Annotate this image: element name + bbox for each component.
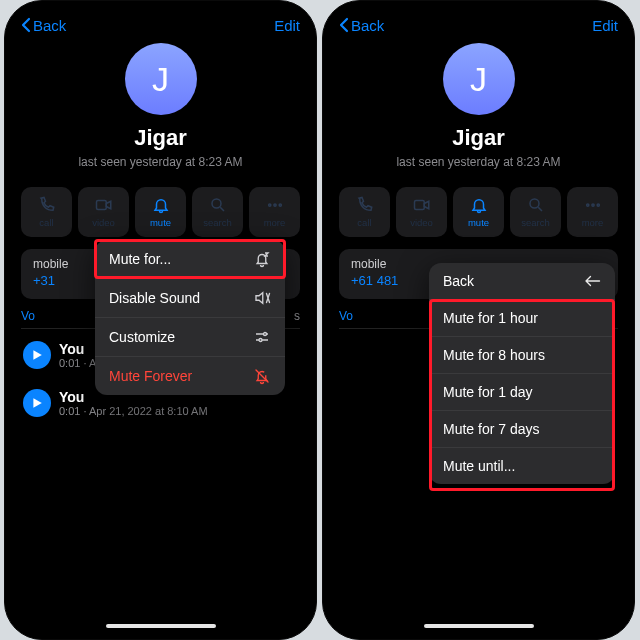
menu-mute-8h[interactable]: Mute for 8 hours xyxy=(429,337,615,374)
svg-point-6 xyxy=(259,339,262,342)
svg-rect-7 xyxy=(414,201,424,210)
menu-customize[interactable]: Customize xyxy=(95,318,285,357)
search-action[interactable]: search xyxy=(510,187,561,237)
menu-label: Mute for 1 hour xyxy=(443,310,538,326)
menu-mute-until[interactable]: Mute until... xyxy=(429,448,615,484)
video-action[interactable]: video xyxy=(78,187,129,237)
more-label: more xyxy=(582,217,604,228)
avatar-initial: J xyxy=(152,60,169,99)
video-action[interactable]: video xyxy=(396,187,447,237)
screen-left: Back Edit J Jigar last seen yesterday at… xyxy=(11,7,310,633)
back-label: Back xyxy=(33,17,66,34)
tab-voice[interactable]: Vo xyxy=(21,309,35,328)
mute-context-menu: Mute for... Disable Sound Customize Mute… xyxy=(95,240,285,395)
video-icon xyxy=(413,196,431,214)
phone-icon xyxy=(38,196,56,214)
sliders-icon xyxy=(253,328,271,346)
bell-icon xyxy=(152,196,170,214)
menu-label: Mute Forever xyxy=(109,368,192,384)
contact-name: Jigar xyxy=(452,125,505,151)
avatar[interactable]: J xyxy=(443,43,515,115)
call-action[interactable]: call xyxy=(339,187,390,237)
tab-voice[interactable]: Vo xyxy=(339,309,353,328)
profile-header: J Jigar last seen yesterday at 8:23 AM xyxy=(11,43,310,177)
back-button[interactable]: Back xyxy=(21,17,66,34)
chevron-left-icon xyxy=(21,17,31,33)
menu-label: Disable Sound xyxy=(109,290,200,306)
svg-point-9 xyxy=(586,204,588,206)
video-icon xyxy=(95,196,113,214)
menu-mute-1h[interactable]: Mute for 1 hour xyxy=(429,300,615,337)
menu-disable-sound[interactable]: Disable Sound xyxy=(95,279,285,318)
more-label: more xyxy=(264,217,286,228)
svg-point-10 xyxy=(591,204,593,206)
svg-point-2 xyxy=(268,204,270,206)
back-button[interactable]: Back xyxy=(339,17,384,34)
svg-point-1 xyxy=(212,199,221,208)
svg-point-3 xyxy=(273,204,275,206)
mute-label: mute xyxy=(468,217,489,228)
last-seen: last seen yesterday at 8:23 AM xyxy=(78,155,242,169)
more-action[interactable]: more xyxy=(249,187,300,237)
bell-off-icon xyxy=(253,367,271,385)
svg-point-4 xyxy=(279,204,281,206)
play-icon xyxy=(31,349,43,361)
menu-mute-forever[interactable]: Mute Forever xyxy=(95,357,285,395)
search-label: search xyxy=(203,217,232,228)
home-indicator[interactable] xyxy=(106,624,216,628)
call-label: call xyxy=(39,217,53,228)
menu-mute-7d[interactable]: Mute for 7 days xyxy=(429,411,615,448)
phone-right: Back Edit J Jigar last seen yesterday at… xyxy=(322,0,635,640)
mute-label: mute xyxy=(150,217,171,228)
home-indicator[interactable] xyxy=(424,624,534,628)
more-action[interactable]: more xyxy=(567,187,618,237)
menu-mute-for[interactable]: Mute for... xyxy=(95,240,285,279)
chevron-left-icon xyxy=(339,17,349,33)
message-meta: 0:01 · Apr 21, 2022 at 8:10 AM xyxy=(59,405,208,417)
play-button[interactable] xyxy=(23,341,51,369)
svg-rect-0 xyxy=(96,201,106,210)
mobile-number: +31 xyxy=(33,273,55,288)
video-label: video xyxy=(410,217,433,228)
search-icon xyxy=(527,196,545,214)
phone-icon xyxy=(356,196,374,214)
call-action[interactable]: call xyxy=(21,187,72,237)
mobile-number: +61 481 xyxy=(351,273,398,288)
tab-links-suffix[interactable]: s xyxy=(294,309,300,328)
svg-point-11 xyxy=(597,204,599,206)
back-label: Back xyxy=(351,17,384,34)
actions-row: call video mute search more xyxy=(329,177,628,243)
video-label: video xyxy=(92,217,115,228)
edit-button[interactable]: Edit xyxy=(592,17,618,34)
search-icon xyxy=(209,196,227,214)
bell-icon xyxy=(470,196,488,214)
contact-name: Jigar xyxy=(134,125,187,151)
play-icon xyxy=(31,397,43,409)
svg-point-8 xyxy=(530,199,539,208)
menu-label: Mute for 7 days xyxy=(443,421,540,437)
avatar[interactable]: J xyxy=(125,43,197,115)
phone-left: Back Edit J Jigar last seen yesterday at… xyxy=(4,0,317,640)
nav-bar: Back Edit xyxy=(329,7,628,43)
call-label: call xyxy=(357,217,371,228)
menu-label: Mute for 8 hours xyxy=(443,347,545,363)
last-seen: last seen yesterday at 8:23 AM xyxy=(396,155,560,169)
menu-back-label: Back xyxy=(443,273,474,289)
avatar-initial: J xyxy=(470,60,487,99)
arrow-left-icon xyxy=(583,274,601,288)
bell-snooze-icon xyxy=(253,250,271,268)
menu-back[interactable]: Back xyxy=(429,263,615,300)
more-icon xyxy=(584,196,602,214)
mute-action[interactable]: mute xyxy=(453,187,504,237)
stage: Back Edit J Jigar last seen yesterday at… xyxy=(0,0,640,640)
profile-header: J Jigar last seen yesterday at 8:23 AM xyxy=(329,43,628,177)
nav-bar: Back Edit xyxy=(11,7,310,43)
play-button[interactable] xyxy=(23,389,51,417)
menu-label: Mute for 1 day xyxy=(443,384,533,400)
edit-button[interactable]: Edit xyxy=(274,17,300,34)
search-action[interactable]: search xyxy=(192,187,243,237)
svg-point-5 xyxy=(264,333,267,336)
menu-label: Customize xyxy=(109,329,175,345)
menu-mute-1d[interactable]: Mute for 1 day xyxy=(429,374,615,411)
mute-action[interactable]: mute xyxy=(135,187,186,237)
